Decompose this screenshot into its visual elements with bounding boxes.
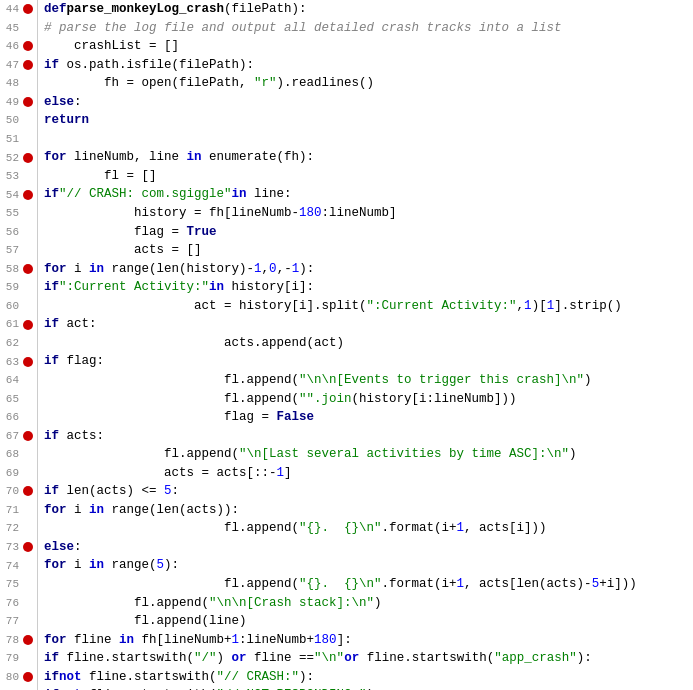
gutter-row[interactable]: 50 — [0, 111, 37, 130]
line-number: 54 — [1, 187, 19, 203]
gutter-row[interactable]: 79 — [0, 649, 37, 668]
gutter-row[interactable]: 71 — [0, 501, 37, 520]
code-line: if act: — [44, 315, 693, 334]
gutter-row[interactable]: 45 — [0, 19, 37, 38]
gutter-row[interactable]: 55 — [0, 204, 37, 223]
breakpoint-empty[interactable] — [23, 338, 33, 348]
breakpoint-active[interactable] — [23, 320, 33, 330]
gutter-row[interactable]: 60 — [0, 297, 37, 316]
breakpoint-active[interactable] — [23, 542, 33, 552]
line-number: 68 — [1, 446, 19, 462]
gutter-row[interactable]: 68 — [0, 445, 37, 464]
code-area[interactable]: def parse_monkeyLog_crash(filePath): # p… — [38, 0, 693, 690]
breakpoint-empty[interactable] — [23, 524, 33, 534]
breakpoint-empty[interactable] — [23, 78, 33, 88]
breakpoint-empty[interactable] — [23, 653, 33, 663]
breakpoint-active[interactable] — [23, 486, 33, 496]
gutter-row[interactable]: 57 — [0, 241, 37, 260]
breakpoint-active[interactable] — [23, 153, 33, 163]
code-line: fl.append("".join(history[i:lineNumb])) — [44, 389, 693, 408]
breakpoint-active[interactable] — [23, 431, 33, 441]
breakpoint-active[interactable] — [23, 60, 33, 70]
line-number: 52 — [1, 150, 19, 166]
gutter-row[interactable]: 75 — [0, 575, 37, 594]
breakpoint-empty[interactable] — [23, 468, 33, 478]
breakpoint-active[interactable] — [23, 190, 33, 200]
breakpoint-empty[interactable] — [23, 579, 33, 589]
gutter-row[interactable]: 81 — [0, 686, 37, 690]
breakpoint-empty[interactable] — [23, 171, 33, 181]
code-line: history = fh[lineNumb-180:lineNumb] — [44, 204, 693, 223]
code-line: def parse_monkeyLog_crash(filePath): — [44, 0, 693, 19]
breakpoint-empty[interactable] — [23, 412, 33, 422]
breakpoint-empty[interactable] — [23, 505, 33, 515]
breakpoint-active[interactable] — [23, 357, 33, 367]
breakpoint-empty[interactable] — [23, 449, 33, 459]
breakpoint-empty[interactable] — [23, 227, 33, 237]
line-number: 66 — [1, 409, 19, 425]
breakpoint-empty[interactable] — [23, 245, 33, 255]
code-line: for i in range(5): — [44, 556, 693, 575]
code-line: flag = False — [44, 408, 693, 427]
code-line: for i in range(len(history)-1,0,-1): — [44, 260, 693, 279]
code-line: fl.append(line) — [44, 612, 693, 631]
breakpoint-empty[interactable] — [23, 561, 33, 571]
gutter-row[interactable]: 54 — [0, 185, 37, 204]
gutter-row[interactable]: 62 — [0, 334, 37, 353]
breakpoint-active[interactable] — [23, 672, 33, 682]
gutter-row[interactable]: 69 — [0, 464, 37, 483]
gutter-row[interactable]: 65 — [0, 389, 37, 408]
gutter-row[interactable]: 72 — [0, 519, 37, 538]
gutter-row[interactable]: 51 — [0, 130, 37, 149]
code-line: if not fline.startswith("// NOT RESPONDI… — [44, 686, 693, 690]
breakpoint-active[interactable] — [23, 97, 33, 107]
line-number: 50 — [1, 112, 19, 128]
breakpoint-empty[interactable] — [23, 375, 33, 385]
breakpoint-empty[interactable] — [23, 598, 33, 608]
breakpoint-empty[interactable] — [23, 394, 33, 404]
gutter-row[interactable]: 59 — [0, 278, 37, 297]
breakpoint-empty[interactable] — [23, 23, 33, 33]
gutter-row[interactable]: 64 — [0, 371, 37, 390]
gutter-row[interactable]: 47 — [0, 56, 37, 75]
code-line: else: — [44, 93, 693, 112]
gutter-row[interactable]: 56 — [0, 223, 37, 242]
code-line: if "// CRASH: com.sgiggle" in line: — [44, 185, 693, 204]
gutter-row[interactable]: 77 — [0, 612, 37, 631]
code-line: for lineNumb, line in enumerate(fh): — [44, 148, 693, 167]
gutter-row[interactable]: 49 — [0, 93, 37, 112]
breakpoint-active[interactable] — [23, 635, 33, 645]
code-line: if ":Current Activity:" in history[i]: — [44, 278, 693, 297]
gutter-row[interactable]: 48 — [0, 74, 37, 93]
breakpoint-active[interactable] — [23, 4, 33, 14]
gutter-row[interactable]: 58 — [0, 260, 37, 279]
gutter-row[interactable]: 78 — [0, 631, 37, 650]
line-number: 57 — [1, 242, 19, 258]
gutter-row[interactable]: 66 — [0, 408, 37, 427]
gutter-row[interactable]: 74 — [0, 556, 37, 575]
gutter-row[interactable]: 80 — [0, 668, 37, 687]
line-number: 64 — [1, 372, 19, 388]
gutter-row[interactable]: 73 — [0, 538, 37, 557]
breakpoint-empty[interactable] — [23, 116, 33, 126]
gutter-row[interactable]: 52 — [0, 148, 37, 167]
code-line — [44, 130, 693, 149]
breakpoint-empty[interactable] — [23, 282, 33, 292]
line-number: 72 — [1, 520, 19, 536]
gutter-row[interactable]: 63 — [0, 352, 37, 371]
breakpoint-empty[interactable] — [23, 616, 33, 626]
gutter-row[interactable]: 76 — [0, 594, 37, 613]
breakpoint-empty[interactable] — [23, 208, 33, 218]
breakpoint-empty[interactable] — [23, 134, 33, 144]
gutter-row[interactable]: 44 — [0, 0, 37, 19]
gutter-row[interactable]: 53 — [0, 167, 37, 186]
breakpoint-active[interactable] — [23, 41, 33, 51]
gutter-row[interactable]: 67 — [0, 427, 37, 446]
code-line: fl.append("{}. {}\n".format(i+1, acts[le… — [44, 575, 693, 594]
breakpoint-active[interactable] — [23, 264, 33, 274]
gutter-row[interactable]: 61 — [0, 315, 37, 334]
gutter-row[interactable]: 46 — [0, 37, 37, 56]
gutter-row[interactable]: 70 — [0, 482, 37, 501]
breakpoint-empty[interactable] — [23, 301, 33, 311]
code-line: if flag: — [44, 352, 693, 371]
